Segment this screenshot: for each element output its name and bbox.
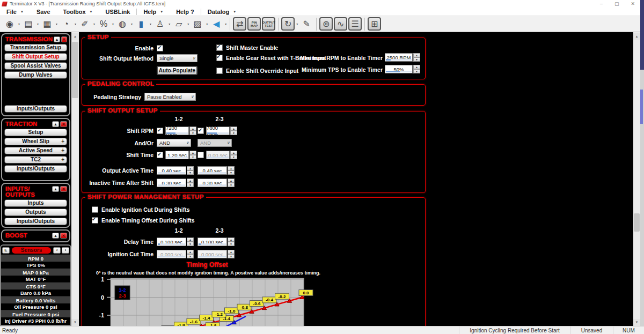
menu-help-[interactable]: Help ? <box>170 8 201 16</box>
datalog-gauges-icon[interactable]: ⊚ <box>319 17 333 31</box>
gauge-icon[interactable]: ◔ <box>59 17 73 31</box>
panel-collapse-button[interactable]: ▲ <box>52 121 59 127</box>
notes-clipboard-icon[interactable]: ✎ <box>299 17 313 31</box>
pedaling-strategy-dropdown[interactable]: Pause Enabled∨ <box>144 93 196 101</box>
sensors-prev-button[interactable]: ‹ <box>53 247 61 254</box>
output-active-2-3-spinner[interactable]: 0.40 sec ▲▼ <box>197 166 235 175</box>
sidebar-item-outputs[interactable]: Outputs <box>4 209 67 216</box>
sidebar-scrollbar[interactable]: ▲ ▼ <box>71 32 79 326</box>
spinner-arrows[interactable]: ▲▼ <box>189 151 196 159</box>
spinner-arrows[interactable]: ▲▼ <box>187 179 194 187</box>
menu-toolbox[interactable]: Toolbox▼ <box>57 8 99 16</box>
spinner-arrows[interactable]: ▲▼ <box>228 237 235 246</box>
sync-icon[interactable]: ↻ <box>281 17 295 31</box>
sidebar-item-inputs-outputs[interactable]: Inputs/Outputs <box>4 218 67 225</box>
panel-close-button[interactable]: ✕ <box>60 233 67 239</box>
min-tps-spinner[interactable]: 50% ▲▼ <box>385 65 420 73</box>
panel-close-button[interactable]: ✕ <box>60 121 67 127</box>
toolbar-dropdown-icon[interactable]: ▾ <box>206 22 208 26</box>
sidebar-item-active-speed[interactable]: Active Speed+ <box>4 147 67 154</box>
sidebar-item-wheel-slip[interactable]: Wheel Slip+ <box>4 138 67 145</box>
minimize-button[interactable]: – <box>600 1 603 6</box>
shift-output-method-dropdown[interactable]: Single∨ <box>157 54 197 62</box>
shift-rpm-2-3-checkbox[interactable] <box>197 128 204 134</box>
menu-usblink[interactable]: USBLink <box>99 8 137 16</box>
shifter-icon[interactable]: ♙ <box>153 17 167 31</box>
toolbar-dropdown-icon[interactable]: ▾ <box>93 22 95 26</box>
and-or-2-3-dropdown[interactable]: AND∨ <box>197 139 232 147</box>
delay-time-1-2-spinner[interactable]: 0.100 sec ▲▼ <box>157 237 194 246</box>
gear-reset-checkbox[interactable] <box>216 55 223 61</box>
inactive-time-1-2-spinner[interactable]: 0.30 sec ▲▼ <box>157 179 194 187</box>
shift-time-1-2-checkbox[interactable] <box>157 152 163 158</box>
spinner-arrows[interactable]: ▲▼ <box>228 179 235 187</box>
sensor-connector-icon[interactable]: ◉ <box>3 17 17 31</box>
sidebar-item-dump-valves[interactable]: Dump Valves <box>4 71 67 79</box>
spinner-arrows[interactable]: ▲▼ <box>413 65 420 73</box>
main-scrollbar[interactable]: ▲ ▼ <box>633 32 640 326</box>
spinner-arrows[interactable]: ▲▼ <box>228 250 235 258</box>
sidebar-item-spool-assist-valves[interactable]: Spool Assist Valves <box>4 62 67 70</box>
shift-master-enable-checkbox[interactable] <box>216 44 223 51</box>
toolbar-dropdown-icon[interactable]: ▾ <box>131 22 133 26</box>
panel-collapse-button[interactable]: ▲ <box>54 36 60 42</box>
pump-icon[interactable]: ◍ <box>115 17 129 31</box>
sidebar-item-setup[interactable]: Setup <box>4 129 67 136</box>
auto-populate-button[interactable]: Auto-Populate <box>157 66 197 75</box>
shift-rpm-1-2-spinner[interactable]: 7200 RPM ▲▼ <box>165 127 196 135</box>
duty-cycle-icon[interactable]: % <box>97 17 111 31</box>
ignition-cut-checkbox[interactable] <box>92 206 98 213</box>
injector-icon[interactable]: ✐ <box>78 17 92 31</box>
ecu-harness-icon[interactable]: ▤ <box>21 17 35 31</box>
pedal-icon[interactable]: ▱ <box>172 17 186 31</box>
delay-time-2-3-spinner[interactable]: 0.100 sec ▲▼ <box>197 237 235 246</box>
spinner-arrows[interactable]: ▲▼ <box>187 237 194 246</box>
sidebar-item-inputs-outputs[interactable]: Inputs/Outputs <box>4 105 67 113</box>
enable-checkbox[interactable] <box>157 45 163 51</box>
output-test-icon[interactable]: OUTPUT TEST <box>262 17 275 31</box>
toolbar-dropdown-icon[interactable]: ▾ <box>187 22 189 26</box>
menu-datalog[interactable]: Datalog▼ <box>201 8 243 16</box>
toolbar-dropdown-icon[interactable]: ▾ <box>169 22 170 26</box>
panel-collapse-button[interactable]: ▲ <box>52 186 59 192</box>
toolbar-dropdown-icon[interactable]: ▾ <box>225 22 226 26</box>
toolbar-dropdown-icon[interactable]: ▾ <box>112 22 114 26</box>
sensors-next-button[interactable]: › <box>62 247 69 254</box>
spinner-arrows[interactable]: ▲▼ <box>413 53 420 62</box>
sensors-collapse-button[interactable]: E <box>2 247 10 254</box>
inactive-time-2-3-spinner[interactable]: 0.30 sec ▲▼ <box>197 179 235 187</box>
spinner-arrows[interactable]: ▲▼ <box>230 151 237 159</box>
shift-time-2-3-spinner[interactable]: 0.00 sec ▲▼ <box>206 151 237 159</box>
ignition-cut-2-3-spinner[interactable]: 0.000 sec ▲▼ <box>197 250 235 258</box>
menu-save[interactable]: Save <box>30 8 57 16</box>
split-view-icon[interactable]: ⊞ <box>368 17 381 31</box>
scroll-up-icon[interactable]: ▲ <box>633 33 640 40</box>
panel-collapse-button[interactable]: ▲ <box>52 233 59 239</box>
toolbar-dropdown-icon[interactable]: ▾ <box>56 22 57 26</box>
close-button[interactable]: ✕ <box>631 1 635 6</box>
scroll-down-icon[interactable]: ▼ <box>633 319 640 326</box>
sidebar-scrollbar-thumb[interactable] <box>72 42 78 98</box>
toolbar-dropdown-icon[interactable]: ▾ <box>18 22 20 26</box>
menu-file[interactable]: File▼ <box>0 8 30 16</box>
main-scrollbar-thumb[interactable] <box>634 213 640 232</box>
scroll-up-icon[interactable]: ▲ <box>71 33 79 40</box>
spinner-arrows[interactable]: ▲▼ <box>187 250 194 258</box>
toolbar-dropdown-icon[interactable]: ▾ <box>37 22 39 26</box>
min-rpm-spinner[interactable]: 2500 RPM ▲▼ <box>385 53 420 62</box>
panel-close-button[interactable]: ✕ <box>60 186 67 192</box>
nitrous-bottle-icon[interactable]: ▮ <box>134 17 148 31</box>
toolbar-dropdown-icon[interactable]: ▾ <box>296 22 298 26</box>
sidebar-item-inputs[interactable]: Inputs <box>4 199 67 207</box>
menu-help[interactable]: Help▼ <box>137 8 170 16</box>
shift-override-checkbox[interactable] <box>216 68 223 74</box>
and-or-1-2-dropdown[interactable]: AND∨ <box>157 139 191 147</box>
output-active-1-2-spinner[interactable]: 0.40 sec ▲▼ <box>157 166 194 175</box>
data-table-icon[interactable]: ☰ <box>348 17 362 31</box>
shift-rpm-2-3-spinner[interactable]: 7800 RPM ▲▼ <box>206 127 237 135</box>
sidebar-item-shift-output-setup[interactable]: Shift Output Setup <box>4 53 67 61</box>
io-module-icon[interactable]: ▦ <box>40 17 54 31</box>
pin-map-icon[interactable]: PIN MAP <box>247 17 261 31</box>
belt-icon[interactable]: ▨ <box>191 17 204 31</box>
scope-icon[interactable]: ∿ <box>334 17 347 31</box>
